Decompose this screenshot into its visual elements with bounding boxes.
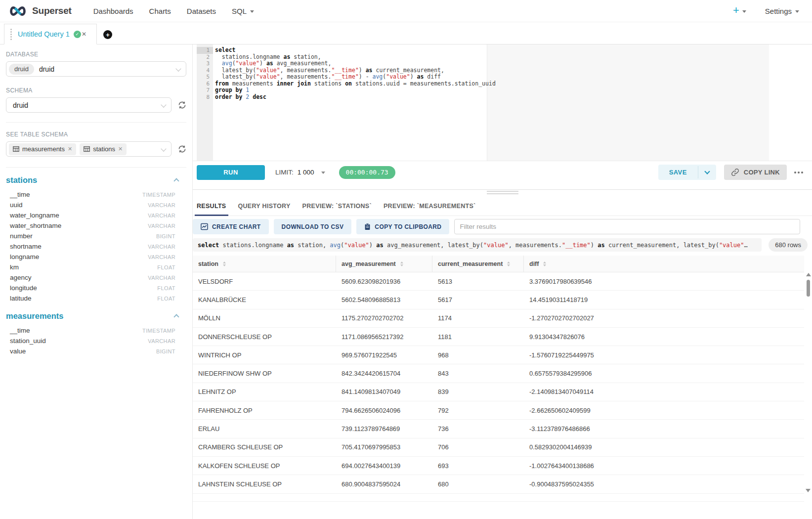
table-cell: 842.3424420615704 [336,370,432,377]
tab-preview-stations[interactable]: PREVIEW: `STATIONS` [302,196,372,216]
create-chart-button[interactable]: CREATE CHART [193,219,269,234]
table-cell: 1175.2702702702702 [336,314,432,322]
table-cell: -0.9004837595024355 [524,480,804,488]
scrollbar-thumb[interactable] [807,280,810,297]
schema-select[interactable]: druid [6,97,171,113]
table-icon [84,146,90,152]
collapse-icon[interactable] [173,314,179,319]
table-cell: 5609.623098201936 [336,278,432,285]
table-cell: 739.1123789764869 [336,425,432,432]
table-cell: 5602.548096885813 [336,296,432,303]
table-cell: 736 [432,425,524,432]
column-row: uuidVARCHAR [6,200,186,210]
chart-icon [201,223,208,230]
table-section-header[interactable]: stations [6,175,186,185]
column-row: longitudeFLOAT [6,283,186,293]
table-cell: 680 [432,480,524,488]
nav-datasets[interactable]: Datasets [187,7,216,15]
table-cell: KANALBRÜCKE [193,296,336,303]
table-cell: 1174 [432,314,524,322]
scroll-down-icon[interactable] [806,489,811,492]
table-section-header[interactable]: measurements [6,311,186,321]
limit-value: 1 000 [298,169,314,176]
tab-results[interactable]: RESULTS [197,196,226,216]
refresh-schema-icon[interactable] [178,101,186,109]
drag-handle-icon[interactable] [10,34,12,35]
add-new-menu[interactable]: + [733,6,746,16]
table-cell: -1.0027643400138686 [524,462,804,470]
superset-brand[interactable]: Superset [7,4,72,18]
table-cell: 1171.0869565217392 [336,333,432,341]
superset-logo-icon [7,4,29,18]
table-cell: 0.5829302004146939 [524,443,804,451]
copy-link-button[interactable]: COPY LINK [724,165,787,180]
table-row: KANALBRÜCKE5602.548096885813561714.45190… [193,291,804,309]
table-cell: 5613 [432,278,524,285]
table-cell: WINTRICH OP [193,351,336,359]
run-button[interactable]: RUN [197,165,265,180]
table-select[interactable]: measurementsstations [6,141,171,157]
chevron-down-icon [250,10,254,13]
database-select[interactable]: druid druid [6,61,186,77]
filter-results-input[interactable] [454,219,800,234]
copy-clipboard-button[interactable]: COPY TO CLIPBOARD [356,219,449,234]
nav-charts[interactable]: Charts [149,7,171,15]
editor-gutter: 12345678 [197,44,213,161]
main-area: DATABASE druid druid SCHEMA druid SEE TA… [0,44,812,519]
column-row: station_uuidVARCHAR [6,336,186,346]
table-row: DONNERSCHLEUSE OP1171.086956521739211819… [193,328,804,346]
download-csv-button[interactable]: DOWNLOAD TO CSV [274,219,352,234]
limit-dropdown[interactable]: LIMIT: 1 000 [275,169,325,176]
table-cell: 705.4170697995853 [336,443,432,451]
table-row: WINTRICH OP969.576071922545968-1.5760719… [193,346,804,364]
table-schema-section: measurements__timeTIMESTAMPstation_uuidV… [6,311,186,356]
nav-dashboards[interactable]: Dashboards [93,7,133,15]
column-row: __timeTIMESTAMP [6,189,186,200]
query-tab[interactable]: Untitled Query 1 [4,24,97,44]
editor-code[interactable]: select stations.longname as station, avg… [213,44,812,161]
remove-chip-icon[interactable] [118,146,123,152]
table-row: KALKOFEN SCHLEUSE OP694.0027643400139693… [193,457,804,475]
column-row: longnameVARCHAR [6,252,186,262]
table-row: FAHRENHOLZ OP794.6626506024096792-2.6626… [193,401,804,420]
tab-query-history[interactable]: QUERY HISTORY [238,196,291,216]
chevron-down-icon [161,146,166,151]
table-cell: 794.6626506024096 [336,407,432,414]
column-header-station[interactable]: station [193,256,336,272]
column-header-avg-measurement[interactable]: avg_measurement [336,256,432,272]
results-table-header: station avg_measurement current_measurem… [193,256,804,272]
save-dropdown-button[interactable] [698,165,716,180]
more-options-icon[interactable] [793,169,804,176]
table-cell: 694.0027643400139 [336,462,432,470]
collapse-icon[interactable] [173,178,179,183]
plus-icon: + [733,5,739,16]
save-button[interactable]: SAVE [658,165,698,180]
table-cell: KALKOFEN SCHLEUSE OP [193,462,336,470]
database-value: druid [39,65,54,73]
splitter-grip-icon[interactable] [487,191,518,194]
remove-chip-icon[interactable] [68,146,72,152]
settings-menu[interactable]: Settings [765,7,799,15]
close-tab-icon[interactable] [82,31,86,38]
column-row: water_shortnameVARCHAR [6,220,186,231]
table-row: LAHNSTEIN SCHLEUSE OP680.900483759502468… [193,475,804,493]
tab-preview-measurements[interactable]: PREVIEW: `MEASUREMENTS` [384,196,476,216]
table-cell: 3.3769017980639546 [524,278,804,285]
table-chip[interactable]: stations [80,143,127,155]
column-header-diff[interactable]: diff [524,256,804,272]
column-header-current-measurement[interactable]: current_measurement [432,256,524,272]
new-tab-button[interactable]: + [103,30,112,39]
results-rows: VELSDORF5609.62309820193656133.376901798… [193,272,804,502]
row-count-badge: 680 rows [769,238,808,252]
pane-splitter[interactable] [193,189,812,196]
results-controls: CREATE CHART DOWNLOAD TO CSV COPY TO CLI… [193,219,812,234]
results-table: station avg_measurement current_measurem… [193,256,804,502]
column-row: numberBIGINT [6,231,186,241]
editor-toolbar: RUN LIMIT: 1 000 00:00:00.73 SAVE COPY L… [193,161,812,183]
scroll-up-icon[interactable] [806,273,811,276]
nav-sql-menu[interactable]: SQL [232,7,254,15]
table-chip[interactable]: measurements [9,143,76,155]
results-scrollbar[interactable] [806,273,811,496]
refresh-tables-icon[interactable] [178,145,186,153]
sidebar-divider [6,122,186,123]
